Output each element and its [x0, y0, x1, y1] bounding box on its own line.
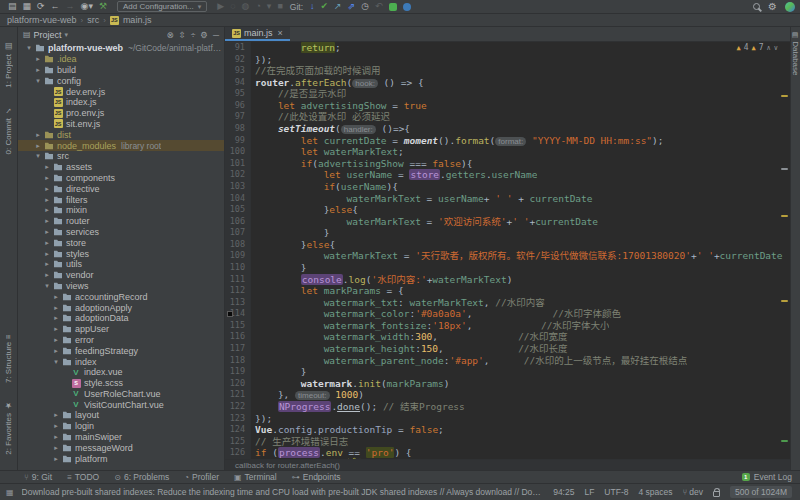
scrollbar-mark[interactable]: [781, 440, 788, 442]
chevron-collapsed-icon[interactable]: ▸: [51, 347, 61, 355]
scrollbar-mark[interactable]: [781, 95, 788, 97]
settings-icon[interactable]: ⚙: [200, 30, 208, 40]
tree-row-platform[interactable]: ▸platform: [18, 453, 224, 464]
undo-icon[interactable]: ↶: [375, 2, 383, 11]
back-icon[interactable]: ←: [51, 2, 60, 11]
tree-row-filters[interactable]: ▸filters: [18, 194, 224, 205]
settings-gear-icon[interactable]: ⚙: [768, 1, 777, 12]
scrollbar-mark[interactable]: [781, 300, 788, 302]
chevron-collapsed-icon[interactable]: ▸: [42, 260, 52, 268]
code-line-110[interactable]: 110 }: [225, 262, 790, 274]
scrollbar-mark[interactable]: [781, 168, 788, 170]
forward-icon[interactable]: →: [66, 2, 75, 11]
chevron-expanded-icon[interactable]: ▾: [51, 358, 61, 366]
event-log-button[interactable]: 1Event Log: [742, 472, 792, 482]
code-line-121[interactable]: 121 }, timeout: 1000): [225, 389, 790, 401]
tree-row-index-vue[interactable]: Vindex.vue: [18, 367, 224, 378]
tool-stripe-button-commit[interactable]: 0: Commit✓: [4, 106, 13, 154]
chevron-collapsed-icon[interactable]: ▸: [51, 336, 61, 344]
breadcrumb-file[interactable]: main.js: [123, 15, 152, 25]
run-icon[interactable]: ▶: [217, 2, 224, 11]
color-preview-swatch[interactable]: [227, 311, 233, 317]
expand-all-icon[interactable]: ⇳: [179, 30, 186, 40]
code-line-99[interactable]: 99 let currentDate = moment().format(for…: [225, 135, 790, 147]
code-line-108[interactable]: 108 }else{: [225, 239, 790, 251]
code-line-102[interactable]: 102 let userName = store.getters.userNam…: [225, 169, 790, 181]
code-line-94[interactable]: 94router.afterEach(hook: () => {: [225, 77, 790, 89]
run-anything-icon[interactable]: ◉▾: [81, 2, 93, 11]
select-opened-file-icon[interactable]: ⊗: [166, 30, 173, 40]
code-line-125[interactable]: 125// 生产环境错误日志: [225, 436, 790, 448]
chevron-collapsed-icon[interactable]: ▸: [42, 196, 52, 204]
code-line-117[interactable]: 117 watermark_height:150, //水印长度: [225, 343, 790, 355]
profiler-run-icon[interactable]: ◔: [255, 2, 260, 11]
tree-row-styles[interactable]: ▸styles: [18, 248, 224, 259]
wrench-icon[interactable]: ⚒: [99, 2, 107, 11]
code-line-114[interactable]: 114 watermark_color:'#0a0a0a', //水印字体颜色: [225, 308, 790, 320]
chevron-collapsed-icon[interactable]: ▸: [51, 293, 61, 301]
code-line-97[interactable]: 97 //此处设置水印 必须延迟: [225, 111, 790, 123]
chevron-expanded-icon[interactable]: ▾: [24, 44, 34, 52]
chevron-collapsed-icon[interactable]: ▸: [51, 304, 61, 312]
chevron-expanded-icon[interactable]: ▾: [33, 77, 43, 85]
scrollbar-mark[interactable]: [781, 215, 788, 217]
code-line-91[interactable]: 91 return;: [225, 42, 790, 54]
chevron-collapsed-icon[interactable]: ▸: [42, 217, 52, 225]
coverage-icon[interactable]: ◍: [242, 2, 250, 11]
tree-row-style-scss[interactable]: Sstyle.scss: [18, 378, 224, 389]
tree-row-adoptionapply[interactable]: ▸adoptionApply: [18, 302, 224, 313]
tree-row-assets[interactable]: ▸assets: [18, 162, 224, 173]
chevron-collapsed-icon[interactable]: ▸: [42, 163, 52, 171]
tree-row-accountingrecord[interactable]: ▸accountingRecord: [18, 291, 224, 302]
code-line-123[interactable]: 123});: [225, 413, 790, 425]
tree-row-userrolechart-vue[interactable]: VUserRoleChart.vue: [18, 389, 224, 400]
lock-icon[interactable]: [713, 491, 720, 497]
code-line-109[interactable]: 109 waterMarkText = '天行歌者，版权所有。软件/毕设代做微信…: [225, 250, 790, 262]
code-line-116[interactable]: 116 watermark_width:300, //水印宽度: [225, 331, 790, 343]
status-message[interactable]: Download pre-built shared indexes: Reduc…: [22, 487, 546, 497]
project-panel-title[interactable]: Project: [34, 30, 62, 40]
tree-row-adoptiondata[interactable]: ▸adoptionData: [18, 313, 224, 324]
chevron-collapsed-icon[interactable]: ▸: [42, 185, 52, 193]
code-line-98[interactable]: 98 setTimeout(handler: ()=>{: [225, 123, 790, 135]
chevron-collapsed-icon[interactable]: ▸: [51, 422, 61, 430]
chevron-down-icon[interactable]: ▾: [65, 31, 69, 39]
tree-row-directive[interactable]: ▸directive: [18, 183, 224, 194]
code-line-107[interactable]: 107 }: [225, 227, 790, 239]
toolwindow-toggle-icon[interactable]: ▦: [6, 488, 14, 497]
code-line-103[interactable]: 103 if(userName){: [225, 181, 790, 193]
stop-icon[interactable]: ■: [277, 2, 282, 11]
chevron-expanded-icon[interactable]: ▾: [33, 152, 43, 160]
chevron-collapsed-icon[interactable]: ▸: [33, 131, 43, 139]
code-line-115[interactable]: 115 watermark_fontsize:'18px', //水印字体大小: [225, 320, 790, 332]
next-problem-icon[interactable]: ∨: [774, 44, 778, 52]
toolwindow-button-git[interactable]: ⑂9: Git: [24, 472, 52, 482]
tree-row--idea[interactable]: ▸.idea: [18, 54, 224, 65]
code-line-111[interactable]: 111 console.log('水印内容:'+waterMarkText): [225, 274, 790, 286]
tree-row-messageword[interactable]: ▸messageWord: [18, 442, 224, 453]
code-line-105[interactable]: 105 }else{: [225, 204, 790, 216]
toolwindow-button-problems[interactable]: ⊙6: Problems: [114, 472, 169, 482]
indent-size[interactable]: 4 spaces: [638, 487, 672, 497]
tree-row-feedingstrategy[interactable]: ▸feedingStrategy: [18, 345, 224, 356]
debug-icon[interactable]: ◌: [230, 2, 235, 11]
chevron-collapsed-icon[interactable]: ▸: [51, 455, 61, 463]
save-all-icon[interactable]: ▦: [23, 2, 32, 11]
tree-row-login[interactable]: ▸login: [18, 421, 224, 432]
run-configuration-select[interactable]: Add Configuration...▾: [117, 1, 207, 12]
git-update-icon[interactable]: ↓: [310, 2, 315, 11]
tree-row-router[interactable]: ▸router: [18, 216, 224, 227]
toolwindow-button-terminal[interactable]: ▣Terminal: [234, 472, 277, 482]
git-commit-icon[interactable]: ✔: [321, 2, 329, 11]
chevron-collapsed-icon[interactable]: ▸: [51, 411, 61, 419]
memory-indicator[interactable]: 500 of 1024M: [730, 486, 792, 498]
code-line-119[interactable]: 119 }: [225, 366, 790, 378]
chevron-collapsed-icon[interactable]: ▸: [51, 314, 61, 322]
code-line-118[interactable]: 118 watermark_parent_node:'#app', //水印的上…: [225, 355, 790, 367]
tree-row-index-js[interactable]: JSindex.js: [18, 97, 224, 108]
tree-row-platform-vue-web[interactable]: ▾platform-vue-web~/GitCode/animal-platfo…: [18, 43, 224, 54]
code-line-100[interactable]: 100 let waterMarkText;: [225, 146, 790, 158]
tree-row-utils[interactable]: ▸utils: [18, 259, 224, 270]
tree-row-vendor[interactable]: ▸vendor: [18, 270, 224, 281]
toolwindow-button-endpoints[interactable]: ⊶Endpoints: [292, 472, 341, 482]
